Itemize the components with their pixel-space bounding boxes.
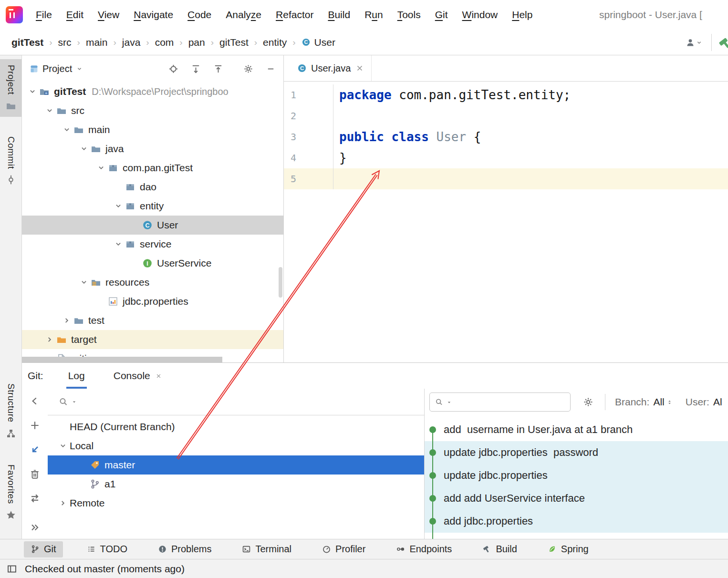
toolwindow-button-terminal[interactable]: Terminal — [235, 541, 298, 557]
menu-view[interactable]: View — [91, 0, 126, 30]
tab-user-java[interactable]: C User.java — [291, 55, 372, 81]
chevron-right-icon[interactable] — [43, 334, 56, 345]
menu-tools[interactable]: Tools — [390, 0, 428, 30]
chevron-down-icon[interactable] — [43, 105, 56, 116]
tree-item-entity[interactable]: entity — [22, 196, 283, 216]
branch-item-remote[interactable]: Remote — [48, 494, 424, 513]
menu-build[interactable]: Build — [321, 0, 357, 30]
chevron-down-icon[interactable] — [77, 277, 91, 288]
user-menu-button[interactable] — [685, 37, 703, 48]
code-area[interactable]: 1package com.pan.gitTest.entity;23public… — [284, 82, 728, 189]
commit-row[interactable]: add username in User.java at a1 branch — [425, 418, 728, 441]
breadcrumb-item-gittest[interactable]: gitTest — [219, 37, 249, 48]
chevron-down-icon[interactable] — [112, 239, 125, 249]
editor-line[interactable]: 1package com.pan.gitTest.entity; — [284, 84, 728, 105]
chevron-down-icon[interactable] — [60, 124, 73, 135]
chevron-down-icon[interactable] — [77, 144, 91, 154]
more-actions-button[interactable] — [29, 522, 41, 533]
commit-row[interactable]: update jdbc.properties — [425, 464, 728, 487]
branch-item-local[interactable]: Local — [48, 436, 424, 455]
menu-code[interactable]: Code — [180, 0, 218, 30]
branch-item-a1[interactable]: a1 — [48, 475, 424, 494]
tree-item-test[interactable]: test — [22, 311, 283, 330]
branch-filter-value[interactable]: All — [653, 396, 673, 408]
breadcrumb-item-entity[interactable]: entity — [263, 37, 287, 48]
menu-edit[interactable]: Edit — [59, 0, 91, 30]
close-icon[interactable] — [355, 63, 364, 73]
tree-item-userservice[interactable]: IUserService — [22, 254, 283, 273]
menu-help[interactable]: Help — [505, 0, 540, 30]
chevron-down-icon[interactable] — [94, 163, 108, 173]
menu-git[interactable]: Git — [428, 0, 455, 30]
breadcrumb-item-java[interactable]: java — [122, 37, 141, 48]
log-settings-gear-icon[interactable] — [583, 397, 593, 407]
tab-log[interactable]: Log — [64, 363, 89, 389]
menu-window[interactable]: Window — [455, 0, 505, 30]
build-hammer-icon[interactable] — [718, 35, 728, 50]
breadcrumb-item-pan[interactable]: pan — [188, 37, 205, 48]
menu-refactor[interactable]: Refactor — [269, 0, 321, 30]
breadcrumb-item-gittest[interactable]: gitTest — [11, 37, 43, 48]
toolwindow-button-todo[interactable]: TODO — [80, 541, 134, 557]
menu-file[interactable]: File — [29, 0, 59, 30]
toolwindow-button-endpoints[interactable]: Endpoints — [389, 541, 458, 557]
tree-item-dao[interactable]: dao — [22, 177, 283, 196]
user-filter-value[interactable]: Al — [713, 396, 722, 408]
chevron-down-icon[interactable] — [112, 201, 125, 211]
chevron-down-icon[interactable] — [76, 65, 83, 72]
branch-item-head-current-branch[interactable]: HEAD (Current Branch) — [48, 417, 424, 436]
close-icon[interactable] — [155, 372, 162, 380]
branch-item-master[interactable]: master — [48, 455, 424, 475]
editor-line[interactable]: 4} — [284, 147, 728, 168]
settings-gear-icon[interactable] — [243, 64, 253, 74]
editor-line[interactable]: 5 — [284, 168, 728, 189]
commit-row[interactable]: update jdbc.properties password — [425, 441, 728, 464]
hide-panel-button[interactable] — [266, 64, 276, 74]
locate-file-button[interactable] — [168, 64, 178, 74]
tree-item-main[interactable]: main — [22, 120, 283, 139]
delete-button[interactable] — [29, 468, 41, 480]
toolwindow-button-git[interactable]: Git — [24, 541, 63, 557]
compare-button[interactable] — [29, 493, 41, 504]
breadcrumb-item-src[interactable]: src — [58, 37, 72, 48]
editor-line[interactable]: 3public class User { — [284, 126, 728, 147]
toolwindow-button-problems[interactable]: Problems — [151, 541, 218, 557]
commit-search-input[interactable] — [429, 392, 571, 412]
toolwindow-button-spring[interactable]: Spring — [541, 541, 595, 557]
menu-navigate[interactable]: Navigate — [126, 0, 180, 30]
stripe-button-project[interactable]: Project — [0, 59, 21, 117]
tree-item-user[interactable]: CUser — [22, 216, 283, 235]
chevron-down-icon[interactable] — [26, 86, 39, 97]
stripe-button-structure[interactable]: Structure — [0, 378, 21, 444]
collapse-all-button[interactable] — [213, 64, 223, 74]
menu-run[interactable]: Run — [357, 0, 390, 30]
stripe-button-favorites[interactable]: Favorites — [0, 459, 21, 526]
expand-all-button[interactable] — [191, 64, 201, 74]
back-button[interactable] — [29, 395, 41, 407]
tree-item-src[interactable]: src — [22, 101, 283, 120]
chevron-right-icon[interactable] — [60, 315, 73, 326]
horizontal-scrollbar[interactable] — [22, 357, 222, 362]
tree-item-target[interactable]: target — [22, 330, 283, 349]
chevron-right-icon[interactable] — [56, 498, 70, 508]
stripe-button-commit[interactable]: Commit — [0, 131, 21, 191]
vertical-scrollbar[interactable] — [279, 267, 282, 298]
tree-item-gittest[interactable]: gitTestD:\Workspace\Project\springboo — [22, 82, 283, 101]
checkout-button[interactable] — [29, 444, 41, 455]
menu-analyze[interactable]: Analyze — [218, 0, 269, 30]
add-button[interactable] — [29, 420, 41, 431]
toolwindow-button-build[interactable]: Build — [476, 541, 523, 557]
tree-item-com-pan-gittest[interactable]: com.pan.gitTest — [22, 158, 283, 177]
branch-search-input[interactable] — [48, 389, 424, 415]
breadcrumb-item-main[interactable]: main — [86, 37, 108, 48]
breadcrumb-item-com[interactable]: com — [155, 37, 174, 48]
commit-row[interactable]: add jdbc.properties — [425, 510, 728, 533]
project-view-selector[interactable]: Project — [42, 63, 72, 74]
tab-console[interactable]: Console — [110, 363, 166, 389]
toolwindow-button-profiler[interactable]: Profiler — [315, 541, 372, 557]
tree-item-java[interactable]: java — [22, 139, 283, 158]
tree-item-service[interactable]: service — [22, 235, 283, 254]
tree-item-resources[interactable]: resources — [22, 273, 283, 292]
editor-line[interactable]: 2 — [284, 105, 728, 126]
chevron-down-icon[interactable] — [56, 441, 70, 451]
